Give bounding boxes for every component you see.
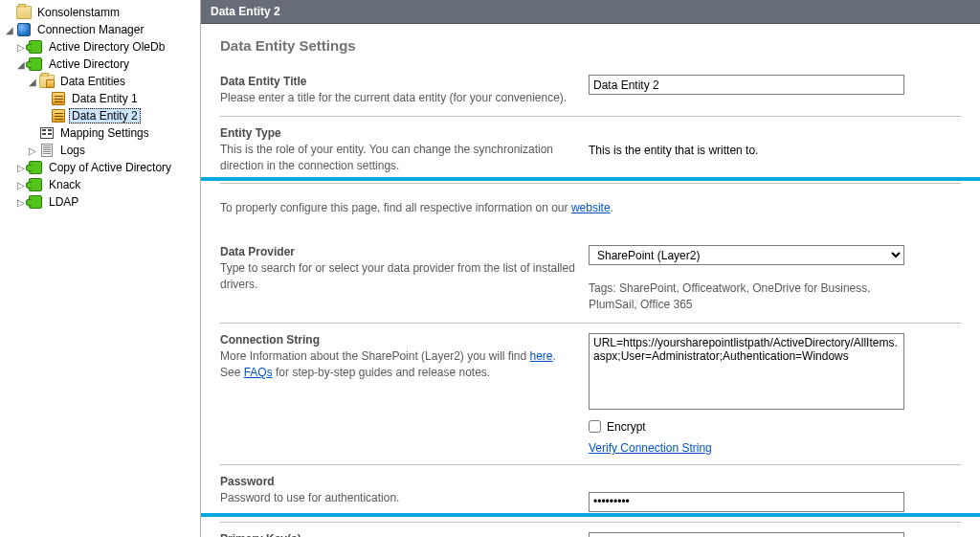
encrypt-label: Encrypt [607,420,646,434]
field-desc: Please enter a title for the current dat… [220,90,577,106]
tree-label: Konsolenstamm [34,5,122,20]
tree-item-logs[interactable]: ▷ Logs [0,142,200,159]
field-label: Data Entity Title [220,75,577,88]
primary-key-input[interactable] [589,532,904,537]
tree-item-console-root[interactable]: ▷ Konsolenstamm [0,4,200,21]
logs-icon [39,143,55,158]
connection-string-textarea[interactable]: URL=https://yoursharepointlistpath/Activ… [589,333,904,410]
entity-icon [51,108,66,123]
plugin-icon [28,56,43,72]
plugin-icon [28,39,43,55]
tree-label: Copy of Active Directory [46,160,174,175]
section-title: Data Entity Settings [220,37,961,54]
plugin-icon [28,194,43,210]
tree-item-ldap[interactable]: ▷ LDAP [0,193,200,211]
row-primary-key: Primary Key(s) [220,522,961,537]
row-entity-type: Entity Type This is the role of your ent… [220,116,961,184]
row-connection-string: Connection String More Information about… [220,323,961,464]
config-hint-text-pre: To properly configure this page, find al… [220,201,571,214]
field-desc: More Information about the SharePoint (L… [220,348,577,381]
here-link[interactable]: here [530,349,553,363]
tree-label: Connection Manager [34,22,146,37]
app-root: ▷ Konsolenstamm ◢ Connection Manager ▷ A… [0,0,980,537]
expander-icon[interactable]: ◢ [27,76,38,87]
provider-tags: Tags: SharePoint, Officeatwork, OneDrive… [589,280,909,313]
tree-label: Knack [46,177,83,192]
page-body: Data Entity Settings Data Entity Title P… [201,24,980,537]
tree-label: Data Entity 2 [69,108,141,123]
row-data-provider: Data Provider Type to search for or sele… [220,226,961,323]
field-label: Password [220,475,577,488]
tree-item-ad-oledb[interactable]: ▷ Active Directory OleDb [0,38,200,56]
plugin-icon [28,177,43,192]
row-config-hint: To properly configure this page, find al… [220,183,961,226]
data-entities-icon [39,74,55,89]
tree-item-active-directory[interactable]: ◢ Active Directory [0,56,200,73]
expander-icon[interactable]: ▷ [27,145,38,156]
folder-icon [16,5,32,20]
connection-manager-icon [16,22,32,37]
data-entity-title-input[interactable] [589,75,904,95]
tree-item-connection-manager[interactable]: ◢ Connection Manager [0,21,200,38]
tree-label: LDAP [46,194,81,210]
tree-item-knack[interactable]: ▷ Knack [0,176,200,193]
row-password: Password Password to use for authenticat… [220,464,961,522]
field-label: Entity Type [220,126,577,140]
tree-label: Data Entities [57,74,128,89]
field-desc: Type to search for or select your data p… [220,260,577,293]
tree-item-copy-of-ad[interactable]: ▷ Copy of Active Directory [0,159,200,176]
page-title: Data Entity 2 [211,5,280,18]
tree-item-mapping-settings[interactable]: ▷ Mapping Settings [0,124,200,142]
faqs-link[interactable]: FAQs [244,366,273,379]
tree-label: Mapping Settings [57,125,152,141]
field-label: Data Provider [220,245,577,258]
tree-label: Logs [57,143,88,158]
tree-label: Data Entity 1 [69,91,141,106]
entity-type-value: This is the entity that is written to. [589,144,758,157]
row-data-entity-title: Data Entity Title Please enter a title f… [220,65,961,116]
tree-panel: ▷ Konsolenstamm ◢ Connection Manager ▷ A… [0,0,201,537]
tree-item-data-entity-2[interactable]: ▷ Data Entity 2 [0,107,200,124]
right-panel: Data Entity 2 Data Entity Settings Data … [201,0,980,537]
field-desc: Password to use for authentication. [220,490,577,506]
expander-icon[interactable]: ◢ [4,24,15,35]
mapping-icon [39,125,55,141]
tree-label: Active Directory [46,56,132,72]
website-link[interactable]: website [571,201,611,214]
data-provider-select[interactable]: SharePoint (Layer2) [589,245,904,265]
password-input[interactable] [589,492,904,512]
tree-label: Active Directory OleDb [46,39,167,55]
tree-item-data-entities[interactable]: ◢ Data Entities [0,73,200,90]
field-desc: This is the role of your entity. You can… [220,142,577,174]
page-header: Data Entity 2 [201,0,980,24]
verify-connection-link[interactable]: Verify Connection String [589,441,712,455]
encrypt-checkbox[interactable] [589,420,601,433]
field-label: Connection String [220,333,577,347]
tree-item-data-entity-1[interactable]: ▷ Data Entity 1 [0,90,200,107]
config-hint-text-post: . [611,201,613,214]
plugin-icon [28,160,43,175]
entity-icon [51,91,66,106]
field-label: Primary Key(s) [220,532,577,537]
